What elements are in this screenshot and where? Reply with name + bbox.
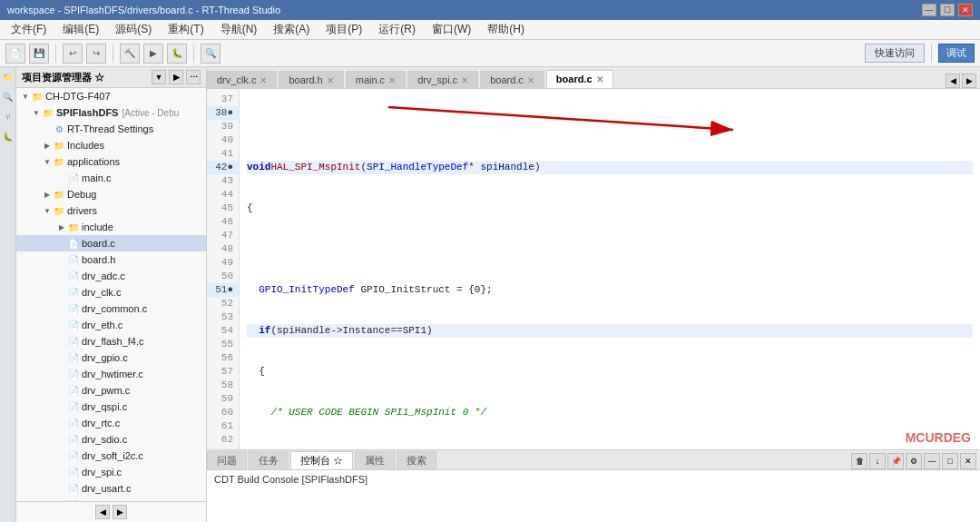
sidebar-collapse-btn[interactable]: ▼	[152, 70, 166, 84]
explorer-icon[interactable]: 📁	[2, 71, 15, 84]
bottom-tab-tasks[interactable]: 任务	[249, 451, 289, 469]
tree-item-debug[interactable]: ▶ 📁 Debug	[16, 186, 206, 202]
toolbar-redo-btn[interactable]: ↪	[86, 44, 106, 64]
tree-item-drv-hwtimer[interactable]: ▶ 📄 drv_hwtimer.c	[16, 366, 206, 382]
bottom-clear-btn[interactable]: 🗑	[851, 453, 867, 469]
tree-item-applications[interactable]: ▼ 📁 applications	[16, 153, 206, 170]
bottom-tab-search[interactable]: 搜索	[397, 451, 436, 469]
line-num-47: 47	[207, 229, 239, 242]
minimize-button[interactable]: —	[922, 4, 936, 16]
tree-item-drivers[interactable]: ▼ 📁 drivers	[16, 202, 206, 219]
bottom-tab-properties[interactable]: 属性	[355, 451, 395, 469]
toolbar-build-btn[interactable]: 🔨	[120, 44, 140, 64]
bottom-scroll-end-btn[interactable]: ↓	[869, 453, 886, 469]
tree-item-drv-usart[interactable]: ▶ 📄 drv_usart.c	[16, 480, 206, 497]
tree-item-drv-eth[interactable]: ▶ 📄 drv_eth.c	[16, 317, 206, 333]
sidebar-nav-next[interactable]: ▶	[113, 505, 127, 519]
bottom-tab-problems[interactable]: 问题	[207, 451, 247, 469]
line-num-56: 56	[207, 351, 239, 365]
menu-bar: 文件(F)编辑(E)源码(S)重构(T)导航(N)搜索(A)项目(P)运行(R)…	[0, 20, 980, 40]
line-num-42: 42●	[207, 161, 239, 174]
tree-item-includes[interactable]: ▶ 📁 Includes	[16, 137, 206, 153]
tab-scroll-right[interactable]: ▶	[962, 74, 976, 88]
tab-drv-spi[interactable]: drv_spi.c ✕	[407, 71, 478, 88]
toolbar-debug-run-btn[interactable]: 🐛	[167, 44, 187, 64]
tree-arrow-include: ▶	[56, 222, 67, 232]
toolbar-new-btn[interactable]: 📄	[5, 44, 25, 64]
menu-item-源码(S)[interactable]: 源码(S)	[108, 20, 159, 39]
tree-item-board-h[interactable]: ▶ 📄 board.h	[16, 251, 206, 268]
code-line-40	[247, 242, 973, 256]
menu-item-编辑(E)[interactable]: 编辑(E)	[55, 20, 106, 39]
folder-icon-debug: 📁	[53, 188, 65, 201]
quick-access-button[interactable]: 快速访问	[865, 44, 925, 63]
tab-close-drv-spi[interactable]: ✕	[461, 75, 468, 85]
code-content[interactable]: void HAL_SPI_MspInit(SPI_HandleTypeDef* …	[240, 89, 980, 449]
bottom-tab-console[interactable]: 控制台 ☆	[290, 451, 353, 469]
tree-item-ch-dtg[interactable]: ▼ 📁 CH-DTG-F407	[16, 88, 206, 104]
bottom-minimize-btn[interactable]: —	[924, 453, 940, 469]
bottom-pin-btn[interactable]: 📌	[887, 453, 904, 469]
tree-item-drv-pwm[interactable]: ▶ 📄 drv_pwm.c	[16, 382, 206, 399]
tree-item-drv-common[interactable]: ▶ 📄 drv_common.c	[16, 300, 206, 317]
menu-item-搜索(A)[interactable]: 搜索(A)	[266, 20, 317, 39]
tree-item-drv-clk[interactable]: ▶ 📄 drv_clk.c	[16, 284, 206, 300]
settings-icon-rtthread: ⚙	[53, 123, 65, 135]
menu-item-帮助(H)[interactable]: 帮助(H)	[480, 20, 532, 39]
tree-item-drv-spi[interactable]: ▶ 📄 drv_spi.c	[16, 464, 206, 480]
line-num-58: 58	[207, 379, 239, 392]
tree-item-drv-soft-i2c[interactable]: ▶ 📄 drv_soft_i2c.c	[16, 448, 206, 464]
menu-item-项目(P)[interactable]: 项目(P)	[318, 20, 369, 39]
menu-item-文件(F)[interactable]: 文件(F)	[4, 20, 54, 39]
maximize-button[interactable]: ☐	[940, 4, 955, 16]
bottom-close-btn[interactable]: ✕	[960, 453, 976, 469]
tree-item-drv-rtc[interactable]: ▶ 📄 drv_rtc.c	[16, 415, 206, 431]
menu-item-窗口(W)[interactable]: 窗口(W)	[425, 20, 478, 39]
tree-item-drv-flash[interactable]: ▶ 📄 drv_flash_f4.c	[16, 333, 206, 350]
tree-item-drv-qspi[interactable]: ▶ 📄 drv_qspi.c	[16, 399, 206, 415]
tree-label-drv-qspi: drv_qspi.c	[82, 401, 127, 412]
tab-close-board-c-active[interactable]: ✕	[596, 74, 603, 84]
tree-item-drv-adc[interactable]: ▶ 📄 drv_adc.c	[16, 268, 206, 284]
tree-item-drv-sdio[interactable]: ▶ 📄 drv_sdio.c	[16, 431, 206, 448]
tab-board-c-2[interactable]: board.c ✕	[480, 71, 544, 88]
toolbar-search-btn[interactable]: 🔍	[201, 44, 220, 64]
tab-board-c-active[interactable]: board.c ✕	[546, 70, 613, 88]
toolbar-save-btn[interactable]: 💾	[29, 44, 49, 64]
tree-item-board-c[interactable]: ▶ 📄 board.c	[16, 235, 206, 251]
tab-main-c[interactable]: main.c ✕	[346, 71, 406, 88]
sidebar-expand-btn[interactable]: ▶	[169, 70, 183, 84]
tab-board-h[interactable]: board.h ✕	[279, 71, 343, 88]
debug-icon[interactable]: 🐛	[2, 131, 15, 143]
menu-item-重构(T)[interactable]: 重构(T)	[161, 20, 211, 39]
sidebar-menu-btn[interactable]: ⋯	[186, 70, 201, 84]
line-num-53: 53	[207, 310, 239, 324]
menu-item-导航(N)[interactable]: 导航(N)	[213, 20, 265, 39]
bottom-settings-btn[interactable]: ⚙	[906, 453, 922, 469]
menu-item-运行(R)[interactable]: 运行(R)	[371, 20, 423, 39]
git-icon[interactable]: ⑂	[2, 111, 15, 123]
sidebar-nav-prev[interactable]: ◀	[95, 505, 110, 519]
tree-label-drv-hwtimer: drv_hwtimer.c	[82, 369, 143, 379]
tree-item-drv-gpio[interactable]: ▶ 📄 drv_gpio.c	[16, 350, 206, 366]
tree-item-include[interactable]: ▶ 📁 include	[16, 219, 206, 235]
bottom-maximize-btn[interactable]: □	[942, 453, 958, 469]
toolbar-undo-btn[interactable]: ↩	[63, 44, 83, 64]
tab-close-board-c-2[interactable]: ✕	[527, 75, 534, 85]
file-icon-drv-flash: 📄	[67, 335, 80, 348]
code-line-38: void HAL_SPI_MspInit(SPI_HandleTypeDef* …	[247, 161, 973, 174]
tab-drv-clk[interactable]: drv_clk.c ✕	[207, 71, 277, 88]
search-icon[interactable]: 🔍	[2, 91, 15, 103]
tree-item-spiflash[interactable]: ▼ 📁 SPIFlashDFS [Active - Debu	[16, 104, 206, 121]
toolbar-run-btn[interactable]: ▶	[143, 44, 163, 64]
debug-button[interactable]: 调试	[938, 44, 975, 63]
tree-item-rtthread[interactable]: ▶ ⚙ RT-Thread Settings	[16, 121, 206, 137]
tab-close-board-h[interactable]: ✕	[327, 75, 334, 85]
close-button[interactable]: ✕	[958, 4, 973, 16]
tab-close-drv-clk[interactable]: ✕	[260, 75, 267, 85]
line-num-62: 62	[207, 433, 239, 447]
tab-scroll-left[interactable]: ◀	[946, 74, 960, 88]
tab-close-main-c[interactable]: ✕	[388, 75, 396, 85]
tab-label-drv-clk: drv_clk.c	[217, 74, 256, 85]
tree-item-main-c[interactable]: ▶ 📄 main.c	[16, 170, 206, 186]
